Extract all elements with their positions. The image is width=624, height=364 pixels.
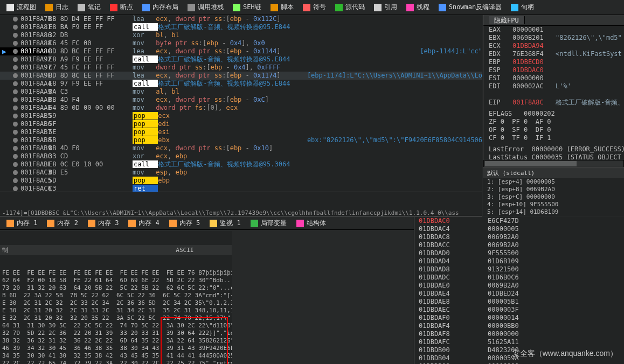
breakpoint-dot[interactable] bbox=[13, 81, 18, 86]
stack-row[interactable]: 01DBDACC0069B2A0 bbox=[414, 241, 624, 249]
cpu-line[interactable]: 001F8A7B8B 8D D4 EE FF FFlea ecx, dword … bbox=[0, 15, 482, 23]
breakpoint-dot[interactable] bbox=[13, 114, 18, 118]
toolbar-符号[interactable]: 符号 bbox=[299, 2, 330, 13]
register-line[interactable]: EIP001F8A8C格式工厂破解版-音频、 bbox=[483, 99, 624, 107]
stack-row[interactable]: 01DBDAC80069B2A0 bbox=[414, 233, 624, 241]
register-line[interactable]: EDI000002ACL'%' bbox=[483, 82, 624, 90]
bottom-tab[interactable]: 内存 3 bbox=[84, 218, 123, 229]
bottom-tab[interactable]: 局部变量 bbox=[246, 218, 291, 229]
toolbar-脚本[interactable]: 脚本 bbox=[266, 2, 298, 13]
cpu-line[interactable]: 001F8AB85Bpop ebx ebx:"8262126\",\"md5\"… bbox=[0, 136, 482, 144]
stack-row[interactable]: 01DBDAEC0000003F bbox=[414, 306, 624, 314]
breakpoint-dot[interactable] bbox=[13, 97, 18, 102]
toolbar-引用[interactable]: 引用 bbox=[370, 2, 401, 13]
toolbar-日志[interactable]: 日志 bbox=[41, 2, 73, 13]
cpu-line[interactable]: 001F8A88C6 45 FC 00mov byte ptr ss:[ebp … bbox=[0, 39, 482, 47]
stack-row[interactable]: 01DBDAE8000005B1 bbox=[414, 298, 624, 306]
breakpoint-dot[interactable] bbox=[13, 138, 18, 143]
cpu-line[interactable]: 001F8AA4E8 97 F9 EE FFcall 格式工厂破解版-音频、视频… bbox=[0, 80, 482, 88]
hex-row[interactable]: 46 39 34 32 30 45 36 46 38 35 38 30 34 4… bbox=[0, 345, 232, 352]
toolbar-线程[interactable]: 线程 bbox=[402, 2, 434, 13]
bottom-tab[interactable]: 内存 1 bbox=[2, 218, 41, 229]
cpu-line[interactable]: 001F8AC55Dpop ebp bbox=[0, 177, 482, 185]
toolbar-笔记[interactable]: 笔记 bbox=[73, 2, 105, 13]
breakpoint-dot[interactable] bbox=[13, 73, 18, 78]
cpu-line[interactable]: 001F8AAE64 89 0D 00 00 00mov dword ptr f… bbox=[0, 104, 482, 112]
toolbar-流程图[interactable]: 流程图 bbox=[2, 2, 40, 13]
cpu-line[interactable]: ▶001F8A8C8D 8D BC EE FF FFlea ecx, dword… bbox=[0, 47, 482, 55]
cpu-line[interactable]: 001F8ABEE8 0C E0 10 00call 格式工厂破解版-音频、视频… bbox=[0, 160, 482, 169]
breakpoint-dot[interactable] bbox=[13, 57, 18, 62]
hex-row[interactable]: 73 20 31 32 20 63 64 20 5B 22 5C 22 5B 2… bbox=[0, 284, 232, 292]
breakpoint-dot[interactable] bbox=[13, 170, 18, 175]
cpu-line[interactable]: 001F8A92E8 A9 F9 EE FFcall 格式工厂破解版-音频、视频… bbox=[0, 55, 482, 64]
breakpoint-dot[interactable] bbox=[13, 33, 18, 38]
register-line[interactable]: ESP01DBDAC0 bbox=[483, 66, 624, 74]
breakpoint-dot[interactable] bbox=[13, 154, 18, 159]
breakpoint-dot[interactable] bbox=[13, 146, 18, 151]
hex-row[interactable]: 38 32 36 32 31 32 36 22 2C 22 6D 64 35 2… bbox=[0, 337, 232, 345]
stack-row[interactable]: 01DBDADC01D6B0C6 bbox=[414, 274, 624, 282]
breakpoint-dot[interactable] bbox=[13, 17, 18, 22]
cpu-line[interactable]: 001F8ABC33 CDxor ecx, ebp bbox=[0, 152, 482, 160]
breakpoint-dot[interactable] bbox=[13, 49, 18, 54]
stack-row[interactable]: 01DBDAD09F555500 bbox=[414, 249, 624, 257]
stack-row[interactable]: 01DBDAC400000005 bbox=[414, 225, 624, 233]
cpu-line[interactable]: 001F8A97C7 45 FC FF FF FFmov dword ptr s… bbox=[0, 64, 482, 72]
cpu-line[interactable]: 001F8AC6C3ret bbox=[0, 185, 482, 192]
cpu-line[interactable]: 001F8AB98B 4D F0mov ecx, dword ptr ss:[e… bbox=[0, 144, 482, 152]
cpu-line[interactable]: 001F8AB559pop ecx bbox=[0, 112, 482, 120]
breakpoint-dot[interactable] bbox=[13, 89, 18, 94]
stack-row[interactable]: 01DBDAD891321500 bbox=[414, 265, 624, 274]
register-line[interactable] bbox=[483, 90, 624, 99]
toolbar-句柄[interactable]: 句柄 bbox=[507, 2, 538, 13]
regs-tab[interactable]: 隐藏FPU bbox=[483, 15, 624, 26]
breakpoint-dot[interactable] bbox=[13, 162, 18, 167]
hex-row[interactable]: 22 2C 22 72 65 74 72 79 22 3A 22 30 22 2… bbox=[0, 360, 232, 364]
breakpoint-dot[interactable] bbox=[13, 122, 18, 127]
toolbar-调用堆栈[interactable]: 调用堆栈 bbox=[183, 2, 228, 13]
breakpoint-dot[interactable] bbox=[13, 130, 18, 135]
stack-row[interactable]: 01DBDAF800000000 bbox=[414, 330, 624, 338]
register-line[interactable]: ESI00000000 bbox=[483, 74, 624, 82]
stack-row[interactable]: 01DBDAC0E6CF427D bbox=[414, 217, 624, 225]
stack-row[interactable]: 01DBDAE401DBED24 bbox=[414, 290, 624, 298]
toolbar-SEH链[interactable]: SEH链 bbox=[228, 2, 266, 13]
cpu-line[interactable]: 001F8AAB8B 4D F4mov ecx, dword ptr ss:[e… bbox=[0, 96, 482, 104]
cpu-line[interactable]: 001F8AB75Epop esi bbox=[0, 128, 482, 136]
stack-panel[interactable]: 01DBDAC0E6CF427D01DBDAC40000000501DBDAC8… bbox=[414, 217, 624, 364]
hex-row[interactable]: FE EE FE EE FE EE FE EE FE EE FE EE FE E… bbox=[0, 269, 232, 277]
hide-fpu-tab[interactable]: 隐藏FPU bbox=[489, 16, 525, 24]
breakpoint-dot[interactable] bbox=[13, 178, 18, 183]
hex-row[interactable]: E 30 2C 31 20 32 2C 31 33 2C 31 34 2C 31… bbox=[0, 307, 232, 314]
call-convention[interactable]: 默认 (stdcall) bbox=[483, 168, 624, 178]
bottom-tab[interactable]: 内存 4 bbox=[124, 218, 163, 229]
toolbar-Snowman反编译器[interactable]: Snowman反编译器 bbox=[434, 2, 507, 13]
bottom-tab[interactable]: 监视 1 bbox=[205, 218, 245, 229]
hex-row[interactable]: B 6D 22 3A 22 5B 7B 5C 22 62 6C 5C 22 36… bbox=[0, 292, 232, 299]
stack-row[interactable]: 01DBDAF000000014 bbox=[414, 314, 624, 322]
bottom-tab[interactable]: 内存 2 bbox=[43, 218, 82, 229]
toolbar-断点[interactable]: 断点 bbox=[106, 2, 137, 13]
stack-row[interactable]: 01DBDAE00069B2A0 bbox=[414, 282, 624, 290]
breakpoint-dot[interactable] bbox=[13, 65, 18, 70]
breakpoint-dot[interactable] bbox=[13, 186, 18, 191]
stack-row[interactable]: 01DBDAF400000BB0 bbox=[414, 322, 624, 330]
cpu-line[interactable]: 001F8A8632 DBxor bl, bl bbox=[0, 31, 482, 39]
stack-row[interactable]: 01DBDAD401D6B109 bbox=[414, 257, 624, 265]
cpu-line[interactable]: 001F8AB65Fpop edi bbox=[0, 120, 482, 128]
toolbar-内存布局[interactable]: 内存布局 bbox=[138, 2, 183, 13]
hex-row[interactable]: E 32 2C 31 20 32 32 20 35 22 3A 5C 22 5C… bbox=[0, 314, 232, 322]
stack-row[interactable]: 01DBDAFC51625A11 bbox=[414, 338, 624, 346]
bottom-tab[interactable]: 内存 5 bbox=[165, 218, 204, 229]
register-line[interactable]: EBP01DBECD0 bbox=[483, 58, 624, 66]
cpu-line[interactable]: 001F8A9E8D 8D 8C EE FF FFlea ecx, dword … bbox=[0, 72, 482, 80]
breakpoint-dot[interactable] bbox=[13, 25, 18, 30]
cpu-line[interactable]: 001F8AC38B E5mov esp, ebp bbox=[0, 169, 482, 177]
register-line[interactable]: EDX76E368F4<ntdll.KiFastSyste bbox=[483, 50, 624, 58]
toolbar-源代码[interactable]: 源代码 bbox=[331, 2, 369, 13]
hex-row[interactable]: 32 7D 5D 22 2C 36 22 20 31 39 33 20 33 3… bbox=[0, 330, 232, 337]
breakpoint-dot[interactable] bbox=[13, 106, 18, 110]
register-line[interactable]: ECX01DBDA94 bbox=[483, 42, 624, 50]
hex-dump[interactable]: 制 ASCII FE EE FE EE FE EE FE EE FE EE FE… bbox=[0, 231, 232, 364]
